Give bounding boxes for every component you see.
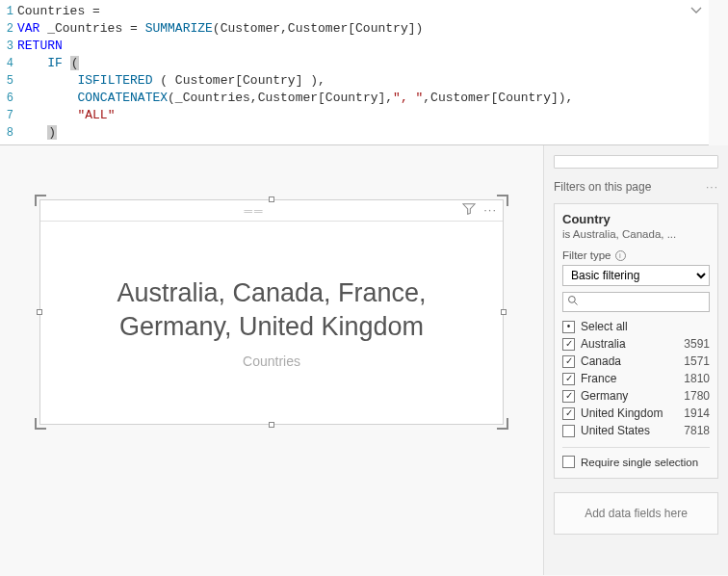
card-visual[interactable]: ══ ··· Australia, Canada, France, German… <box>39 199 504 425</box>
line-number: 1 <box>0 3 17 20</box>
checkbox-icon[interactable]: • <box>562 321 575 333</box>
filter-value-count: 3591 <box>684 337 710 351</box>
line-number: 4 <box>0 55 17 72</box>
filter-search[interactable] <box>562 292 710 312</box>
filter-value-label: Germany <box>581 389 628 403</box>
filter-type-select[interactable]: Basic filtering <box>562 265 710 286</box>
line-number: 2 <box>0 20 17 38</box>
info-icon[interactable]: i <box>615 250 626 261</box>
resize-handle[interactable] <box>35 418 46 430</box>
resize-handle[interactable] <box>497 418 508 430</box>
checkbox-icon[interactable]: ✓ <box>562 355 575 368</box>
filter-card-country[interactable]: Country is Australia, Canada, ... Filter… <box>554 203 718 479</box>
svg-line-1 <box>575 302 578 305</box>
filter-value-label: Canada <box>581 354 621 368</box>
resize-handle[interactable] <box>35 195 46 206</box>
collapsed-section[interactable] <box>554 155 718 169</box>
card-category-label: Countries <box>243 353 300 369</box>
filter-search-input[interactable] <box>583 296 727 309</box>
resize-handle[interactable] <box>269 422 274 428</box>
filter-value-count: 1780 <box>684 389 710 403</box>
drag-grip-icon[interactable]: ══ <box>46 204 462 218</box>
code-line[interactable]: 2VAR _Countries = SUMMARIZE(Customer,Cus… <box>0 20 709 38</box>
line-number: 5 <box>0 72 17 90</box>
line-number: 7 <box>0 107 17 124</box>
filter-icon[interactable] <box>462 202 476 219</box>
checkbox-icon[interactable]: ✓ <box>562 373 575 385</box>
checkbox-icon[interactable] <box>562 425 575 437</box>
code-line[interactable]: 1Countries = <box>0 3 709 20</box>
code-line[interactable]: 6 CONCATENATEX(_Countries,Customer[Count… <box>0 90 709 107</box>
visual-header: ══ ··· <box>40 200 503 222</box>
filter-value-label: Australia <box>581 337 626 351</box>
code-line[interactable]: 7 "ALL" <box>0 107 709 124</box>
filter-value-label: France <box>581 372 616 385</box>
resize-handle[interactable] <box>269 196 274 202</box>
chevron-down-icon[interactable] <box>689 4 703 21</box>
filters-panel: Filters on this page ··· Country is Aust… <box>543 145 728 575</box>
filter-value-count: 7818 <box>684 424 710 437</box>
code-content[interactable]: IF ( <box>17 55 709 72</box>
filter-value-row[interactable]: ✓Canada1571 <box>562 353 710 370</box>
filter-value-label: United States <box>581 424 650 437</box>
code-content[interactable]: ISFILTERED ( Customer[Country] ), <box>17 72 709 90</box>
require-single-label: Require single selection <box>581 457 698 468</box>
more-options-icon[interactable]: ··· <box>706 180 718 194</box>
resize-handle[interactable] <box>497 195 508 206</box>
checkbox-icon[interactable]: ✓ <box>562 390 575 403</box>
report-canvas[interactable]: ══ ··· Australia, Canada, France, German… <box>0 145 543 575</box>
line-number: 8 <box>0 124 17 142</box>
code-content[interactable]: RETURN <box>17 38 709 55</box>
filter-value-row[interactable]: United States7818 <box>562 422 710 439</box>
filter-value-row[interactable]: ✓France1810 <box>562 370 710 387</box>
code-line[interactable]: 4 IF ( <box>0 55 709 72</box>
checkbox-icon[interactable]: ✓ <box>562 407 575 420</box>
filter-summary: is Australia, Canada, ... <box>562 228 710 240</box>
code-content[interactable]: ) <box>17 124 709 142</box>
filter-value-row[interactable]: ✓United Kingdom1914 <box>562 405 710 422</box>
filter-value-row[interactable]: ✓Germany1780 <box>562 387 710 405</box>
dax-formula-editor[interactable]: 1Countries = 2VAR _Countries = SUMMARIZE… <box>0 0 709 145</box>
filters-section-title: Filters on this page <box>554 180 651 194</box>
filter-value-label: United Kingdom <box>581 406 663 420</box>
line-number: 3 <box>0 38 17 55</box>
code-content[interactable]: Countries = <box>17 3 709 20</box>
card-value: Australia, Canada, France, Germany, Unit… <box>60 276 483 344</box>
code-line[interactable]: 3RETURN <box>0 38 709 55</box>
line-number: 6 <box>0 90 17 107</box>
divider <box>562 447 710 448</box>
filter-value-row[interactable]: ✓Australia3591 <box>562 335 710 353</box>
more-options-icon[interactable]: ··· <box>483 202 497 219</box>
filter-select-all[interactable]: • Select all <box>562 318 710 335</box>
filter-value-count: 1914 <box>684 406 710 420</box>
filter-field-name: Country <box>562 212 710 226</box>
code-content[interactable]: VAR _Countries = SUMMARIZE(Customer,Cust… <box>17 20 709 38</box>
resize-handle[interactable] <box>37 309 42 315</box>
resize-handle[interactable] <box>501 309 507 315</box>
checkbox-icon[interactable]: ✓ <box>562 338 575 351</box>
code-line[interactable]: 8 ) <box>0 124 709 142</box>
checkbox-icon[interactable] <box>562 456 575 468</box>
code-content[interactable]: "ALL" <box>17 107 709 124</box>
select-all-label: Select all <box>581 320 628 333</box>
add-data-fields-dropzone[interactable]: Add data fields here <box>554 492 718 535</box>
search-icon <box>567 295 579 309</box>
filter-value-count: 1571 <box>684 354 710 368</box>
code-line[interactable]: 5 ISFILTERED ( Customer[Country] ), <box>0 72 709 90</box>
filter-type-label: Filter type <box>562 249 611 261</box>
filter-value-count: 1810 <box>684 372 710 385</box>
code-content[interactable]: CONCATENATEX(_Countries,Customer[Country… <box>17 90 709 107</box>
svg-point-0 <box>569 297 576 303</box>
